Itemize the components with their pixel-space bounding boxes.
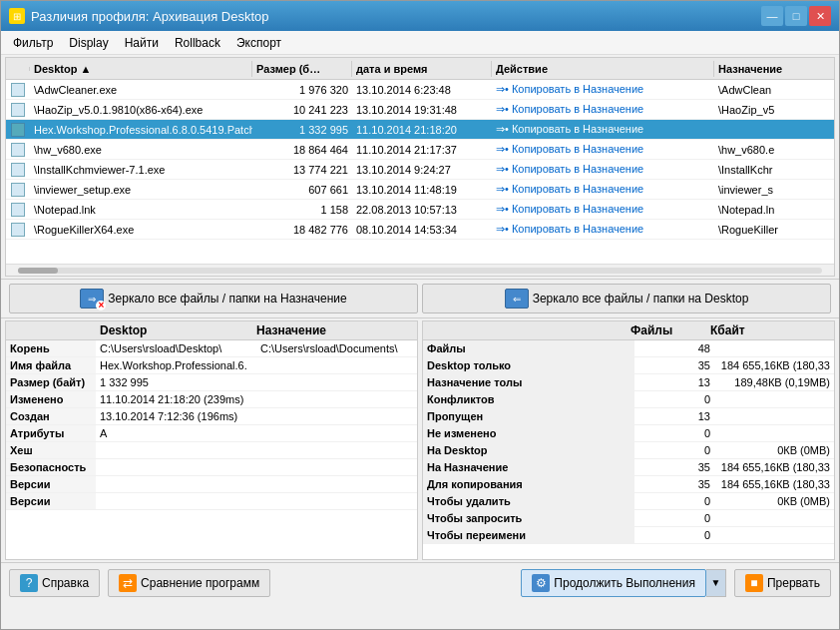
row-size: 1 332 995	[252, 123, 352, 137]
table-row[interactable]: Hex.Workshop.Professional.6.8.0.5419.Pat…	[6, 120, 834, 140]
stop-icon: ■	[745, 574, 763, 592]
detail-dest	[256, 357, 417, 373]
stat-row: Чтобы запросить 0	[423, 510, 834, 527]
detail-desktop: A	[96, 425, 256, 441]
detail-row: Имя файла Hex.Workshop.Professional.6.	[6, 357, 417, 374]
col-date: дата и время	[352, 61, 492, 77]
table-row[interactable]: \AdwCleaner.exe 1 976 320 13.10.2014 6:2…	[6, 80, 834, 100]
detail-desktop	[96, 459, 256, 475]
scrollbar-thumb	[18, 268, 58, 274]
detail-dest	[256, 408, 417, 424]
file-details-body: Корень C:\Users\rsload\Desktop\ C:\Users…	[6, 340, 417, 559]
continue-dropdown-arrow[interactable]: ▼	[706, 569, 726, 597]
stat-row: Для копирования 35 184 655,16КВ (180,33	[423, 476, 834, 493]
table-row[interactable]: \hw_v680.exe 18 864 464 11.10.2014 21:17…	[6, 140, 834, 160]
stats-col-files: Файлы	[630, 323, 710, 337]
table-row[interactable]: \inviewer_setup.exe 607 661 13.10.2014 1…	[6, 180, 834, 200]
table-body: \AdwCleaner.exe 1 976 320 13.10.2014 6:2…	[6, 80, 834, 264]
row-size: 1 158	[252, 203, 352, 217]
horizontal-scrollbar[interactable]	[6, 264, 834, 276]
row-date: 13.10.2014 6:23:48	[352, 83, 492, 97]
row-action: ⇒• Копировать в Назначение	[492, 122, 714, 137]
row-icon	[6, 202, 30, 218]
menu-rollback[interactable]: Rollback	[167, 34, 228, 52]
compare-button[interactable]: ⇄ Сравнение программ	[108, 569, 270, 597]
detail-label: Создан	[6, 408, 96, 424]
row-dest	[714, 129, 834, 131]
main-window: ⊞ Различия профиля: Архивация Desktop — …	[0, 0, 840, 630]
stat-label: Пропущен	[423, 408, 634, 424]
file-type-icon	[11, 223, 25, 237]
stat-files: 35	[634, 476, 714, 492]
row-action: ⇒• Копировать в Назначение	[492, 142, 714, 157]
main-content: Desktop ▲ Размер (б… дата и время Действ…	[1, 55, 839, 629]
stat-label: Не изменено	[423, 425, 634, 441]
stat-files: 0	[634, 425, 714, 441]
stat-label: На Назначение	[423, 459, 634, 475]
detail-dest	[256, 493, 417, 509]
detail-row: Версии	[6, 476, 417, 493]
stat-row: Не изменено 0	[423, 425, 834, 442]
menu-export[interactable]: Экспорт	[228, 34, 289, 52]
window-title: Различия профиля: Архивация Desktop	[31, 9, 269, 24]
mirror-to-dest-button[interactable]: ⇒ Зеркало все файлы / папки на Назначени…	[9, 284, 418, 314]
col-action: Действие	[492, 61, 714, 77]
file-details-header: Desktop Назначение	[6, 321, 417, 340]
row-size: 13 774 221	[252, 163, 352, 177]
stats-col-label	[427, 323, 630, 337]
table-row[interactable]: \InstallKchmviewer-7.1.exe 13 774 221 13…	[6, 160, 834, 180]
compare-icon: ⇄	[119, 574, 137, 592]
help-button[interactable]: ? Справка	[9, 569, 100, 597]
detail-desktop	[96, 442, 256, 458]
stat-row: Пропущен 13	[423, 408, 834, 425]
menu-find[interactable]: Найти	[117, 34, 167, 52]
detail-label: Версии	[6, 476, 96, 492]
row-name: \InstallKchmviewer-7.1.exe	[30, 163, 252, 177]
mirror-section: ⇒ Зеркало все файлы / папки на Назначени…	[1, 279, 839, 318]
table-row[interactable]: \HaoZip_v5.0.1.9810(x86-x64).exe 10 241 …	[6, 100, 834, 120]
stat-kb	[714, 340, 834, 356]
detail-dest	[256, 459, 417, 475]
detail-row: Размер (байт) 1 332 995	[6, 374, 417, 391]
row-size: 18 482 776	[252, 223, 352, 237]
detail-dest	[256, 374, 417, 390]
bottom-bar: ? Справка ⇄ Сравнение программ ⚙ Продолж…	[1, 562, 839, 602]
file-details-panel: Desktop Назначение Корень C:\Users\rsloa…	[5, 320, 418, 560]
close-button[interactable]: ✕	[809, 6, 831, 26]
detail-label: Хеш	[6, 442, 96, 458]
file-type-icon	[11, 183, 25, 197]
stat-row: Чтобы переимени 0	[423, 527, 834, 544]
table-row[interactable]: \RogueKillerX64.exe 18 482 776 08.10.201…	[6, 220, 834, 240]
stat-files: 13	[634, 374, 714, 390]
continue-icon: ⚙	[532, 574, 550, 592]
mirror-to-desktop-button[interactable]: ⇐ Зеркало все файлы / папки на Desktop	[422, 284, 831, 314]
stat-label: Для копирования	[423, 476, 634, 492]
minimize-button[interactable]: —	[761, 6, 783, 26]
stat-label: Чтобы переимени	[423, 527, 634, 543]
title-bar-left: ⊞ Различия профиля: Архивация Desktop	[9, 8, 269, 24]
stat-kb: 184 655,16КВ (180,33	[714, 459, 834, 475]
menu-display[interactable]: Display	[61, 34, 116, 52]
maximize-button[interactable]: □	[785, 6, 807, 26]
detail-label: Атрибуты	[6, 425, 96, 441]
row-dest: \RogueKiller	[714, 223, 834, 237]
stat-kb	[714, 425, 834, 441]
menu-filter[interactable]: Фильтр	[5, 34, 61, 52]
row-action: ⇒• Копировать в Назначение	[492, 82, 714, 97]
stat-kb: 0КВ (0МВ)	[714, 493, 834, 509]
row-size: 1 976 320	[252, 83, 352, 97]
title-buttons: — □ ✕	[761, 6, 831, 26]
detail-row: Безопасность	[6, 459, 417, 476]
row-date: 13.10.2014 11:48:19	[352, 183, 492, 197]
stop-button[interactable]: ■ Прервать	[734, 569, 831, 597]
stat-files: 35	[634, 459, 714, 475]
mirror-desktop-icon: ⇐	[505, 289, 529, 309]
row-date: 08.10.2014 14:53:34	[352, 223, 492, 237]
stat-kb: 184 655,16КВ (180,33	[714, 476, 834, 492]
table-row[interactable]: \Notepad.lnk 1 158 22.08.2013 10:57:13 ⇒…	[6, 200, 834, 220]
menu-bar: Фильтр Display Найти Rollback Экспорт	[1, 31, 839, 55]
continue-button[interactable]: ⚙ Продолжить Выполнения	[521, 569, 706, 597]
help-icon: ?	[20, 574, 38, 592]
row-size: 607 661	[252, 183, 352, 197]
row-icon	[6, 122, 30, 138]
